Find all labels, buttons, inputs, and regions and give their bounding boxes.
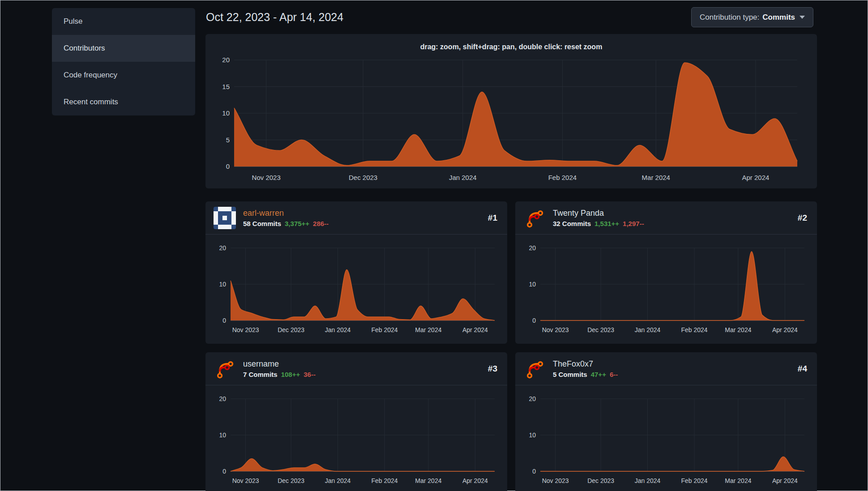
chart-zoom-hint: drag: zoom, shift+drag: pan, double clic…: [205, 34, 817, 51]
svg-text:10: 10: [219, 281, 226, 288]
deletions-count: 6--: [610, 371, 618, 378]
avatar[interactable]: [214, 207, 236, 229]
contributor-card-header: Twenty Panda 32 Commits 1,531++ 1,297-- …: [515, 201, 817, 235]
avatar[interactable]: [523, 358, 546, 380]
svg-text:Dec 2023: Dec 2023: [587, 326, 614, 333]
svg-text:Jan 2024: Jan 2024: [325, 477, 351, 484]
contributor-activity-chart[interactable]: Nov 2023Dec 2023Jan 2024Feb 2024Mar 2024…: [211, 394, 502, 488]
avatar[interactable]: [214, 358, 236, 380]
svg-text:Feb 2024: Feb 2024: [681, 477, 707, 484]
commit-count: 32 Commits: [553, 220, 591, 227]
svg-text:Jan 2024: Jan 2024: [635, 477, 661, 484]
svg-text:Feb 2024: Feb 2024: [371, 326, 398, 333]
additions-count: 1,531++: [594, 220, 619, 227]
commit-count: 7 Commits: [243, 371, 278, 378]
svg-text:20: 20: [529, 395, 536, 402]
svg-text:Dec 2023: Dec 2023: [587, 477, 614, 484]
commit-count: 5 Commits: [553, 371, 587, 378]
svg-text:0: 0: [222, 468, 226, 475]
svg-text:Mar 2024: Mar 2024: [725, 326, 751, 333]
contributor-stats: 32 Commits 1,531++ 1,297--: [553, 220, 644, 227]
contributor-identity: Twenty Panda 32 Commits 1,531++ 1,297--: [553, 209, 644, 227]
additions-count: 3,375++: [285, 220, 309, 227]
svg-text:Jan 2024: Jan 2024: [325, 326, 351, 333]
svg-text:Nov 2023: Nov 2023: [542, 326, 569, 333]
svg-text:20: 20: [529, 244, 536, 252]
svg-text:20: 20: [222, 56, 230, 64]
svg-text:Apr 2024: Apr 2024: [772, 477, 798, 484]
contribution-type-label: Contribution type:: [700, 13, 759, 22]
deletions-count: 1,297--: [623, 220, 644, 227]
contributor-card-username: username 7 Commits 108++ 36-- #3 Nov 202…: [205, 352, 507, 491]
svg-text:0: 0: [532, 468, 536, 475]
contributor-stats: 7 Commits 108++ 36--: [243, 371, 316, 378]
svg-text:Apr 2024: Apr 2024: [772, 326, 798, 333]
contributor-name[interactable]: Twenty Panda: [553, 209, 644, 218]
contributor-identity: TheFox0x7 5 Commits 47++ 6--: [553, 359, 618, 378]
contributor-card-header: username 7 Commits 108++ 36-- #3: [205, 352, 507, 385]
svg-text:10: 10: [222, 109, 230, 117]
contributor-card-twenty-panda: Twenty Panda 32 Commits 1,531++ 1,297-- …: [515, 201, 817, 344]
svg-text:20: 20: [219, 244, 226, 252]
rank-badge: #1: [488, 201, 497, 234]
svg-text:Nov 2023: Nov 2023: [232, 326, 259, 333]
contributor-name[interactable]: TheFox0x7: [553, 359, 618, 369]
contribution-type-dropdown[interactable]: Contribution type: Commits: [691, 7, 813, 27]
repo-activity-sidebar: Pulse Contributors Code frequency Recent…: [52, 8, 195, 115]
contributor-card-header: TheFox0x7 5 Commits 47++ 6-- #4: [515, 352, 817, 385]
forgejo-logo-icon: [523, 207, 546, 229]
contributor-card-thefox0x7: TheFox0x7 5 Commits 47++ 6-- #4 Nov 2023…: [515, 352, 817, 491]
main-activity-chart[interactable]: Nov 2023Dec 2023Jan 2024Feb 2024Mar 2024…: [211, 53, 811, 185]
contributor-name[interactable]: earl-warren: [243, 209, 329, 218]
svg-text:Apr 2024: Apr 2024: [462, 326, 488, 333]
svg-text:10: 10: [219, 431, 226, 439]
sidebar-item-contributors[interactable]: Contributors: [52, 35, 195, 62]
svg-text:Mar 2024: Mar 2024: [415, 326, 441, 333]
deletions-count: 36--: [304, 371, 316, 378]
contributor-stats: 58 Commits 3,375++ 286--: [243, 220, 329, 227]
date-range-title: Oct 22, 2023 - Apr 14, 2024: [206, 11, 343, 24]
contributor-name[interactable]: username: [243, 359, 316, 369]
svg-text:Dec 2023: Dec 2023: [278, 477, 304, 484]
svg-text:5: 5: [226, 136, 230, 144]
svg-text:Feb 2024: Feb 2024: [681, 326, 707, 333]
sidebar-item-code-frequency[interactable]: Code frequency: [52, 62, 195, 89]
svg-text:Nov 2023: Nov 2023: [232, 477, 259, 484]
sidebar-item-pulse[interactable]: Pulse: [52, 8, 195, 35]
svg-text:20: 20: [219, 395, 226, 402]
contributor-identity: username 7 Commits 108++ 36--: [243, 359, 316, 378]
svg-text:Nov 2023: Nov 2023: [542, 477, 569, 484]
svg-text:Mar 2024: Mar 2024: [725, 477, 751, 484]
chevron-down-icon: [800, 16, 805, 19]
identicon-avatar-icon: [214, 207, 236, 229]
svg-text:Dec 2023: Dec 2023: [278, 326, 304, 333]
contributor-activity-chart[interactable]: Nov 2023Dec 2023Jan 2024Feb 2024Mar 2024…: [211, 243, 502, 337]
svg-text:0: 0: [222, 317, 226, 324]
svg-text:Mar 2024: Mar 2024: [642, 174, 670, 181]
svg-text:0: 0: [532, 317, 536, 324]
contributor-card-earl-warren: earl-warren 58 Commits 3,375++ 286-- #1 …: [205, 201, 507, 344]
contributor-identity: earl-warren 58 Commits 3,375++ 286--: [243, 209, 329, 227]
commit-count: 58 Commits: [243, 220, 281, 227]
sidebar-item-recent-commits[interactable]: Recent commits: [52, 89, 195, 115]
avatar[interactable]: [523, 207, 546, 229]
contributor-card-header: earl-warren 58 Commits 3,375++ 286-- #1: [205, 201, 507, 235]
svg-text:Dec 2023: Dec 2023: [349, 174, 377, 181]
contributor-activity-chart[interactable]: Nov 2023Dec 2023Jan 2024Feb 2024Mar 2024…: [521, 243, 812, 337]
svg-text:Apr 2024: Apr 2024: [462, 477, 488, 484]
svg-text:Mar 2024: Mar 2024: [415, 477, 441, 484]
svg-text:Jan 2024: Jan 2024: [449, 174, 477, 181]
svg-text:Jan 2024: Jan 2024: [635, 326, 661, 333]
rank-badge: #3: [488, 352, 497, 385]
svg-text:Apr 2024: Apr 2024: [742, 174, 769, 181]
svg-text:10: 10: [529, 431, 536, 439]
svg-text:10: 10: [529, 281, 536, 288]
svg-text:Nov 2023: Nov 2023: [252, 174, 281, 181]
svg-text:Feb 2024: Feb 2024: [371, 477, 398, 484]
contributor-stats: 5 Commits 47++ 6--: [553, 371, 618, 378]
activity-chart-card: drag: zoom, shift+drag: pan, double clic…: [205, 34, 817, 188]
deletions-count: 286--: [313, 220, 329, 227]
additions-count: 108++: [281, 371, 300, 378]
contributor-activity-chart[interactable]: Nov 2023Dec 2023Jan 2024Feb 2024Mar 2024…: [521, 394, 812, 488]
forgejo-logo-icon: [214, 358, 236, 380]
